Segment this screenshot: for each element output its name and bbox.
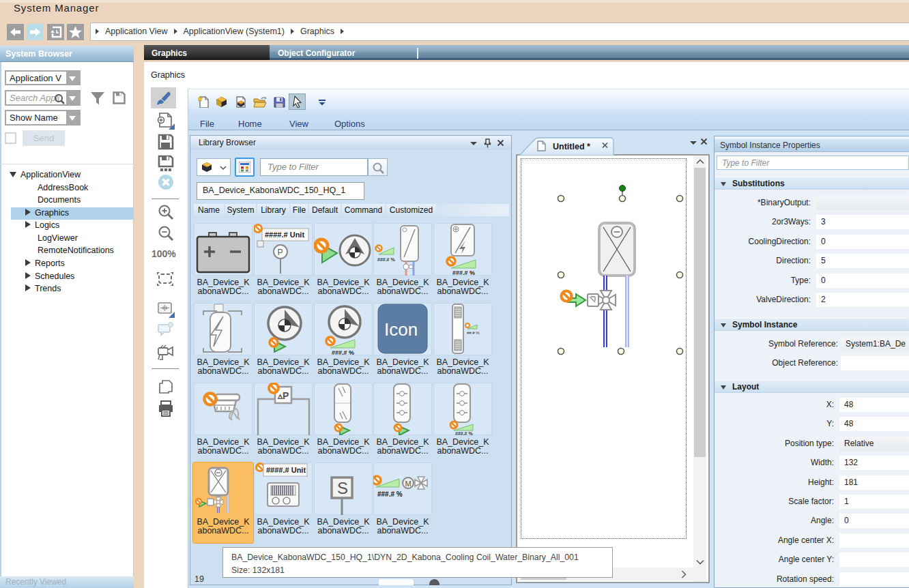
svg-text:Untitled *: Untitled *	[553, 142, 590, 151]
svg-text:####.# Unit: ####.# Unit	[265, 231, 304, 239]
svg-text:##.# %: ##.# %	[467, 331, 480, 335]
svg-text:P: P	[278, 248, 283, 257]
svg-text:###.# %: ###.# %	[377, 490, 403, 498]
svg-text:####.# Unit: ####.# Unit	[266, 466, 306, 474]
svg-text:Icon: Icon	[384, 319, 418, 340]
svg-text:###.# %: ###.# %	[332, 349, 354, 355]
svg-text:###.# %: ###.# %	[377, 257, 395, 262]
svg-text:▵P: ▵P	[277, 390, 289, 401]
svg-text:M: M	[405, 480, 412, 488]
svg-text:###.# %: ###.# %	[455, 431, 473, 435]
svg-text:S: S	[337, 479, 348, 497]
svg-text:###.# %: ###.# %	[452, 269, 475, 276]
